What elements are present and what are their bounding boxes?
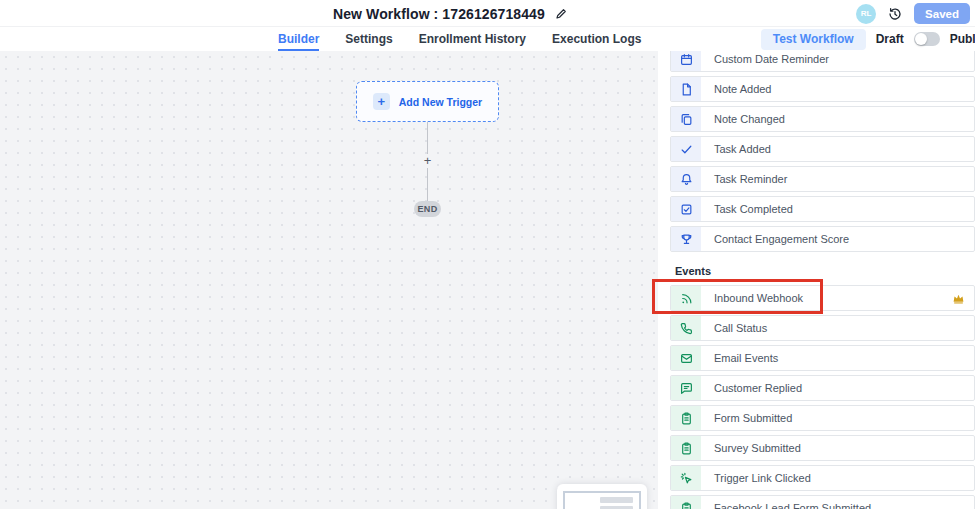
click-icon — [671, 466, 701, 490]
trigger-item-label: Note Added — [701, 83, 772, 95]
trigger-item-survey-submitted[interactable]: Survey Submitted — [670, 435, 975, 461]
add-new-trigger-label: Add New Trigger — [399, 96, 482, 108]
crown-icon — [952, 292, 974, 305]
trigger-item-label: Trigger Link Clicked — [701, 472, 811, 484]
trigger-item-label: Inbound Webhook — [701, 292, 803, 304]
bell-icon — [671, 167, 701, 191]
trigger-item-note-added[interactable]: Note Added — [670, 76, 975, 102]
trigger-item-facebook-lead-form-submitted[interactable]: Facebook Lead Form Submitted — [670, 495, 975, 509]
trigger-item-label: Form Submitted — [701, 412, 792, 424]
trigger-item-task-added[interactable]: Task Added — [670, 136, 975, 162]
trigger-item-label: Survey Submitted — [701, 442, 801, 454]
trigger-item-label: Note Changed — [701, 113, 785, 125]
trigger-item-label: Task Completed — [701, 203, 793, 215]
toggle-knob — [915, 33, 927, 45]
trigger-item-label: Contact Engagement Score — [701, 233, 849, 245]
trigger-item-label: Email Events — [701, 352, 778, 364]
trophy-icon — [671, 227, 701, 251]
section-heading-events: Events — [670, 256, 975, 285]
tab-execution-logs[interactable]: Execution Logs — [552, 27, 641, 51]
trigger-item-call-status[interactable]: Call Status — [670, 315, 975, 341]
trigger-item-label: Customer Replied — [701, 382, 802, 394]
minimap-placeholder-bar — [600, 497, 633, 503]
minimap-panel[interactable] — [557, 484, 647, 509]
note-changed-icon — [671, 107, 701, 131]
trigger-item-label: Custom Date Reminder — [701, 53, 829, 65]
tab-bar: Builder Settings Enrollment History Exec… — [0, 27, 975, 51]
end-node: END — [414, 201, 441, 217]
add-new-trigger-button[interactable]: + Add New Trigger — [356, 81, 499, 122]
note-icon — [671, 77, 701, 101]
publish-label: Publish — [950, 32, 975, 46]
mail-icon — [671, 346, 701, 370]
page-title: New Workflow : 1726126718449 — [333, 6, 545, 22]
test-workflow-button[interactable]: Test Workflow — [761, 29, 866, 50]
webhook-icon — [671, 286, 701, 310]
trigger-item-note-changed[interactable]: Note Changed — [670, 106, 975, 132]
saved-button[interactable]: Saved — [914, 3, 970, 24]
page-title-wrap: New Workflow : 1726126718449 — [333, 0, 567, 27]
header-bar: New Workflow : 1726126718449 RL Saved — [0, 0, 975, 27]
trigger-item-customer-replied[interactable]: Customer Replied — [670, 375, 975, 401]
draft-label: Draft — [876, 32, 904, 46]
phone-icon — [671, 316, 701, 340]
clipboard-icon — [671, 436, 701, 460]
minimap-inner-frame — [563, 491, 641, 509]
trigger-item-task-reminder[interactable]: Task Reminder — [670, 166, 975, 192]
check-icon — [671, 137, 701, 161]
trigger-item-inbound-webhook[interactable]: Inbound Webhook — [670, 285, 975, 311]
workflow-canvas: + Add New Trigger + END — [0, 51, 658, 509]
task-completed-icon — [671, 197, 701, 221]
header-actions: RL Saved — [856, 0, 973, 27]
clipboard-icon — [671, 496, 701, 509]
edit-title-icon[interactable] — [555, 8, 567, 20]
trigger-item-label: Facebook Lead Form Submitted — [701, 502, 871, 509]
trigger-item-task-completed[interactable]: Task Completed — [670, 196, 975, 222]
trigger-item-form-submitted[interactable]: Form Submitted — [670, 405, 975, 431]
clipboard-icon — [671, 406, 701, 430]
plus-icon: + — [373, 93, 390, 110]
trigger-item-label: Call Status — [701, 322, 767, 334]
publish-toggle[interactable] — [914, 32, 940, 46]
workflow-builder-page: New Workflow : 1726126718449 RL Saved Bu… — [0, 0, 975, 509]
add-step-plus[interactable]: + — [422, 154, 433, 168]
trigger-list: Custom Date ReminderNote AddedNote Chang… — [670, 46, 975, 509]
trigger-sidebar: Custom Date ReminderNote AddedNote Chang… — [658, 51, 975, 509]
tab-builder[interactable]: Builder — [278, 27, 319, 51]
trigger-item-contact-engagement-score[interactable]: Contact Engagement Score — [670, 226, 975, 252]
trigger-item-email-events[interactable]: Email Events — [670, 345, 975, 371]
history-clock-icon[interactable] — [888, 7, 902, 21]
trigger-item-label: Task Reminder — [701, 173, 787, 185]
tab-bar-actions: Test Workflow Draft Publish — [761, 27, 975, 51]
trigger-item-label: Task Added — [701, 143, 771, 155]
tab-enrollment-history[interactable]: Enrollment History — [419, 27, 526, 51]
trigger-item-trigger-link-clicked[interactable]: Trigger Link Clicked — [670, 465, 975, 491]
chat-icon — [671, 376, 701, 400]
tabs: Builder Settings Enrollment History Exec… — [278, 27, 641, 51]
tab-settings[interactable]: Settings — [345, 27, 392, 51]
avatar[interactable]: RL — [856, 4, 876, 24]
